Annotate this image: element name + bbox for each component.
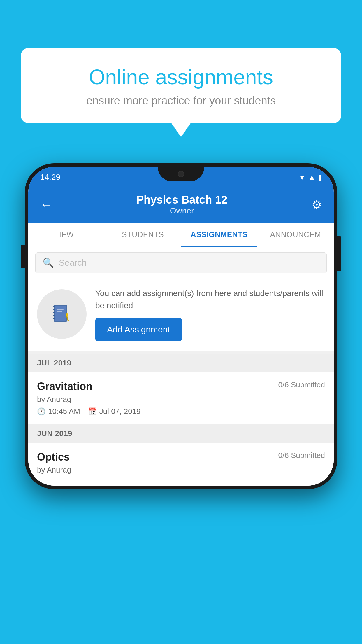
camera xyxy=(178,171,184,177)
clock-icon: 🕐 xyxy=(37,407,46,416)
tab-assignments[interactable]: ASSIGNMENTS xyxy=(181,223,257,247)
tab-iew[interactable]: IEW xyxy=(28,223,105,247)
svg-rect-7 xyxy=(57,309,64,310)
svg-rect-1 xyxy=(55,306,66,321)
svg-rect-5 xyxy=(53,315,55,316)
search-bar[interactable]: 🔍 Search xyxy=(35,252,327,273)
tab-students[interactable]: STUDENTS xyxy=(105,223,181,247)
header-title: Physics Batch 12 xyxy=(136,194,228,206)
status-bar: 14:29 ▼ ▲ ▮ xyxy=(28,167,334,188)
phone-mockup: 14:29 ▼ ▲ ▮ ← Physics Batch 12 Owner ⚙ xyxy=(25,163,337,489)
assignment-top-row: Gravitation 0/6 Submitted xyxy=(37,380,325,393)
battery-icon: ▮ xyxy=(318,173,322,182)
assignment-submitted-count: 0/6 Submitted xyxy=(278,380,325,389)
status-time: 14:29 xyxy=(40,173,60,182)
search-container: 🔍 Search xyxy=(28,247,334,279)
assignment-meta: 🕐 10:45 AM 📅 Jul 07, 2019 xyxy=(37,407,325,416)
assignment-author: by Anurag xyxy=(37,395,325,404)
optics-title: Optics xyxy=(37,451,70,463)
svg-point-10 xyxy=(66,313,68,316)
info-card: You can add assignment(s) from here and … xyxy=(28,279,334,354)
info-content: You can add assignment(s) from here and … xyxy=(95,287,325,341)
optics-submitted-count: 0/6 Submitted xyxy=(278,451,325,460)
svg-rect-8 xyxy=(57,311,62,312)
bubble-title: Online assignments xyxy=(41,66,321,89)
wifi-icon: ▼ xyxy=(298,173,306,182)
assignment-optics[interactable]: Optics 0/6 Submitted by Anurag xyxy=(28,443,334,486)
optics-top-row: Optics 0/6 Submitted xyxy=(37,451,325,463)
header-center: Physics Batch 12 Owner xyxy=(136,194,228,216)
bubble-subtitle: ensure more practice for your students xyxy=(41,94,321,107)
info-description: You can add assignment(s) from here and … xyxy=(95,287,325,312)
svg-rect-3 xyxy=(53,309,55,310)
assignment-title: Gravitation xyxy=(37,380,92,393)
add-assignment-button[interactable]: Add Assignment xyxy=(95,318,182,341)
phone-inner: 14:29 ▼ ▲ ▮ ← Physics Batch 12 Owner ⚙ xyxy=(28,167,334,486)
notch xyxy=(158,167,204,181)
svg-rect-6 xyxy=(53,318,55,319)
svg-rect-2 xyxy=(53,306,55,307)
assignment-icon-circle xyxy=(37,289,87,339)
tab-announcements[interactable]: ANNOUNCEM xyxy=(257,223,334,247)
tabs-bar: IEW STUDENTS ASSIGNMENTS ANNOUNCEM xyxy=(28,223,334,247)
assignment-time: 🕐 10:45 AM xyxy=(37,407,80,416)
speech-bubble: Online assignments ensure more practice … xyxy=(21,48,341,123)
search-icon: 🔍 xyxy=(43,257,54,268)
optics-author: by Anurag xyxy=(37,466,325,475)
back-button[interactable]: ← xyxy=(40,198,52,212)
header-subtitle: Owner xyxy=(136,206,228,216)
assignment-date: 📅 Jul 07, 2019 xyxy=(88,407,141,416)
speech-bubble-container: Online assignments ensure more practice … xyxy=(21,48,341,123)
svg-rect-4 xyxy=(53,312,55,313)
section-jun-2019: JUN 2019 xyxy=(28,424,334,443)
assignment-gravitation[interactable]: Gravitation 0/6 Submitted by Anurag 🕐 10… xyxy=(28,372,334,424)
app-header: ← Physics Batch 12 Owner ⚙ xyxy=(28,188,334,223)
settings-button[interactable]: ⚙ xyxy=(312,198,322,211)
status-icons: ▼ ▲ ▮ xyxy=(298,173,322,182)
calendar-icon: 📅 xyxy=(88,407,97,416)
section-jul-2019: JUL 2019 xyxy=(28,354,334,372)
phone-outer: 14:29 ▼ ▲ ▮ ← Physics Batch 12 Owner ⚙ xyxy=(25,163,337,489)
notebook-icon xyxy=(50,302,73,326)
signal-icon: ▲ xyxy=(308,173,316,182)
search-placeholder: Search xyxy=(59,258,87,268)
